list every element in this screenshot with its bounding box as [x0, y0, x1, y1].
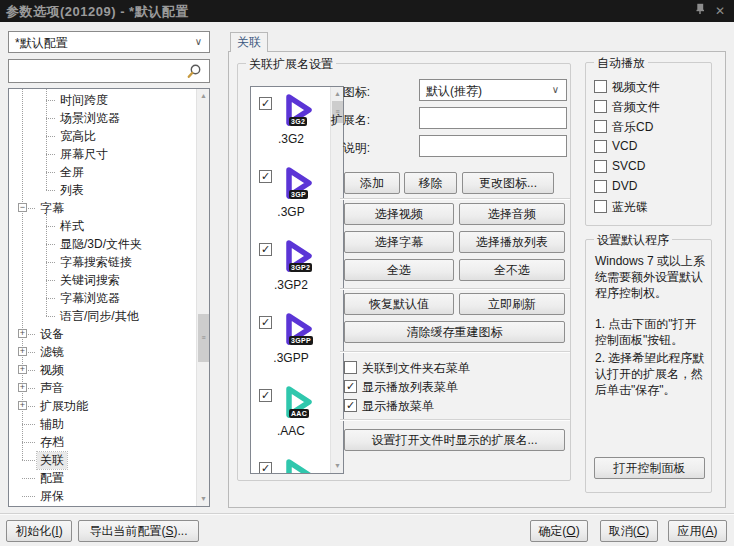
sidebar-item-20[interactable]: 关联 [37, 452, 67, 469]
autoplay-group-title: 自动播放 [594, 55, 648, 72]
initialize-button[interactable]: 初始化(I) [6, 520, 72, 542]
sidebar-item-15[interactable]: 视频 [37, 362, 67, 379]
set-open-extensions-button[interactable]: 设置打开文件时显示的扩展名... [344, 429, 565, 451]
autoplay-checkbox[interactable] [594, 80, 607, 93]
autoplay-checkbox[interactable] [594, 140, 607, 153]
expand-icon[interactable]: + [18, 365, 27, 374]
expand-icon[interactable]: + [18, 329, 27, 338]
remove-button[interactable]: 移除 [404, 172, 457, 194]
autoplay-checkbox[interactable] [594, 100, 607, 113]
sidebar-item-12[interactable]: 语言/同步/其他 [57, 308, 142, 325]
tree-connector [22, 496, 35, 497]
extension-badge: 3GP2 [289, 263, 312, 272]
association-tab-panel: 关联扩展名设置 ✓3G2.3G2✓3GP.3GP✓3GP2.3GP2✓3GPP.… [228, 51, 726, 508]
sidebar-item-4[interactable]: 全屏 [57, 164, 87, 181]
extension-checkbox[interactable]: ✓ [259, 97, 272, 110]
refresh-now-button[interactable]: 立即刷新 [459, 293, 565, 315]
expand-icon[interactable]: + [18, 401, 27, 410]
extension-checkbox[interactable]: ✓ [259, 170, 272, 183]
chevron-down-icon: ∨ [552, 84, 559, 95]
sidebar-item-7[interactable]: 样式 [57, 218, 87, 235]
collapse-icon[interactable]: − [18, 203, 27, 212]
list-item-extension[interactable]: ✓ [251, 456, 331, 474]
sidebar-item-14[interactable]: 滤镜 [37, 344, 67, 361]
select-video-button[interactable]: 选择视频 [344, 203, 454, 225]
scroll-down-icon[interactable]: ▼ [331, 459, 344, 473]
tree-connector [46, 172, 55, 173]
close-icon[interactable]: ✕ [711, 3, 729, 19]
select-subtitle-button[interactable]: 选择字幕 [344, 231, 454, 253]
sidebar-item-5[interactable]: 列表 [57, 182, 87, 199]
icon-select-value: 默认(推荐) [426, 83, 482, 100]
tree-guide [46, 214, 47, 316]
extension-checkbox[interactable]: ✓ [259, 462, 272, 474]
description-input[interactable] [419, 135, 567, 157]
sidebar-item-19[interactable]: 存档 [37, 434, 67, 451]
profile-select[interactable]: *默认配置 ∨ [8, 31, 210, 53]
ok-button[interactable]: 确定(O) [530, 520, 588, 542]
list-item-extension[interactable]: ✓3GP.3GP [251, 164, 331, 237]
sidebar-item-18[interactable]: 辅助 [37, 416, 67, 433]
sidebar-item-13[interactable]: 设备 [37, 326, 67, 343]
list-item-extension[interactable]: ✓3GP2.3GP2 [251, 237, 331, 310]
apply-button[interactable]: 应用(A) [668, 520, 727, 542]
tree-scrollbar-thumb[interactable]: ≡ [198, 314, 209, 362]
expand-icon[interactable]: + [18, 383, 27, 392]
sidebar-item-21[interactable]: 配置 [37, 470, 67, 487]
media-play-icon [278, 456, 318, 474]
open-control-panel-button[interactable]: 打开控制面板 [594, 457, 705, 479]
assoc-option-checkbox[interactable] [344, 361, 357, 374]
sidebar-item-11[interactable]: 字幕浏览器 [57, 290, 123, 307]
footer-separator [0, 513, 734, 515]
sidebar-item-16[interactable]: 声音 [37, 380, 67, 397]
sidebar-item-22[interactable]: 屏保 [37, 488, 67, 505]
assoc-ext-group: 关联扩展名设置 ✓3G2.3G2✓3GP.3GP✓3GP2.3GP2✓3GPP.… [237, 63, 571, 481]
sidebar-item-17[interactable]: 扩展功能 [37, 398, 91, 415]
profile-value: *默认配置 [15, 35, 68, 52]
extension-checkbox[interactable]: ✓ [259, 243, 272, 256]
expand-icon[interactable]: + [18, 347, 27, 356]
sidebar-item-6[interactable]: 字幕 [37, 200, 67, 217]
extension-input[interactable] [419, 107, 567, 129]
search-input[interactable] [8, 59, 210, 83]
separator [340, 288, 570, 290]
tree-connector [46, 226, 55, 227]
select-playlist-button[interactable]: 选择播放列表 [459, 231, 565, 253]
autoplay-group: 自动播放 视频文件音频文件音乐CDVCDSVCDDVD蓝光碟 [585, 62, 712, 226]
sidebar-item-10[interactable]: 关键词搜索 [57, 272, 123, 289]
extension-checkbox[interactable]: ✓ [259, 389, 272, 402]
autoplay-checkbox[interactable] [594, 160, 607, 173]
autoplay-checkbox[interactable] [594, 200, 607, 213]
autoplay-label: DVD [612, 179, 637, 193]
assoc-option-checkbox[interactable]: ✓ [344, 380, 357, 393]
scroll-up-icon[interactable]: ▲ [197, 89, 210, 103]
restore-default-button[interactable]: 恢复默认值 [344, 293, 454, 315]
tab-association[interactable]: 关联 [230, 32, 268, 52]
icon-select[interactable]: 默认(推荐) ∨ [419, 79, 567, 101]
add-button[interactable]: 添加 [344, 172, 400, 194]
sidebar-item-0[interactable]: 时间跨度 [57, 92, 111, 109]
tree-scrollbar[interactable]: ▲ ≡ ▼ [196, 89, 209, 506]
assoc-ext-group-title: 关联扩展名设置 [246, 56, 336, 73]
sidebar-item-2[interactable]: 宽高比 [57, 128, 99, 145]
sidebar-item-1[interactable]: 场景浏览器 [57, 110, 123, 127]
select-audio-button[interactable]: 选择音频 [459, 203, 565, 225]
select-none-button[interactable]: 全不选 [459, 259, 565, 281]
sidebar-item-3[interactable]: 屏幕尺寸 [57, 146, 111, 163]
cancel-button[interactable]: 取消(C) [600, 520, 658, 542]
assoc-option-checkbox[interactable]: ✓ [344, 399, 357, 412]
list-item-extension[interactable]: ✓3GPP.3GPP [251, 310, 331, 383]
autoplay-checkbox[interactable] [594, 120, 607, 133]
sidebar-item-9[interactable]: 字幕搜索链接 [57, 254, 135, 271]
scroll-down-icon[interactable]: ▼ [197, 492, 210, 506]
sidebar-item-8[interactable]: 显隐/3D/文件夹 [57, 236, 145, 253]
tree-connector [46, 316, 55, 317]
change-icon-button[interactable]: 更改图标... [462, 172, 554, 194]
extension-checkbox[interactable]: ✓ [259, 316, 272, 329]
list-item-extension[interactable]: ✓AAC.AAC [251, 383, 331, 456]
export-config-button[interactable]: 导出当前配置(S)... [78, 520, 199, 542]
pin-icon[interactable] [690, 3, 708, 19]
clear-cache-rebuild-icons-button[interactable]: 清除缓存重建图标 [344, 321, 565, 343]
autoplay-checkbox[interactable] [594, 180, 607, 193]
select-all-button[interactable]: 全选 [344, 259, 454, 281]
